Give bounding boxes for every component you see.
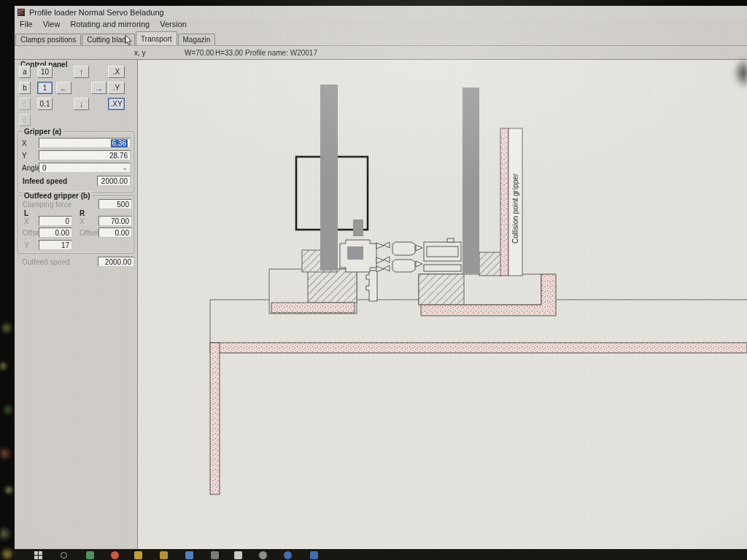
button-gripper-b[interactable]: b [19,82,31,94]
screen-photo: Profile loader Normal Servo Beladung Fil… [0,0,747,560]
button-gripper-a[interactable]: a [19,66,31,78]
profile-middle-channel-top [392,242,415,255]
jog-left-button[interactable]: ← [56,82,71,94]
gripper-b-clamp-hatch [479,252,501,276]
outfeed-speed-value: 2000.00 [105,258,131,266]
gripper-a-x-field[interactable]: 6.36 [39,138,131,148]
gripper-a-y-value: 28.76 [109,152,128,160]
start-icon[interactable] [34,551,42,559]
taskbar-app-icon-gray-circle[interactable] [259,551,267,559]
status-profile-height: H=33.00 [215,49,243,57]
button-axis-x[interactable]: .X [108,66,125,78]
taskbar-app-icon-gold[interactable] [134,551,142,559]
profile-connector-tooth [376,266,384,272]
outfeed-y-value: 17 [61,241,69,249]
taskbar-app-icon-blue-folder[interactable] [310,551,318,559]
clamping-force-label: Clamping force [23,201,71,209]
window-title: Profile loader Normal Servo Beladung [29,8,164,17]
taskbar-app-icon-light[interactable] [234,551,242,559]
button-gripper-d: d [19,114,31,126]
collision-gripper-label: Collision point gripper [511,173,519,244]
menu-version[interactable]: Version [158,20,188,28]
left-fixture-clamp-hatch [308,269,357,303]
profile-connector-tooth [416,245,422,251]
taskbar-app-icon-orange[interactable] [111,551,119,559]
window-body: Control panel a 10 ↑ .X b 1 ← → .Y c 0.1… [15,60,747,549]
left-x-field[interactable]: 0 [39,216,72,226]
taskbar-app-icon-blue[interactable] [185,551,193,559]
button-step-01[interactable]: 0.1 [37,98,53,110]
angle-dropdown[interactable]: 0 ⌄ [39,163,131,173]
outfeed-y-field[interactable]: 17 [39,240,72,250]
outfeed-gripper-b-title: Outfeed gripper (b) [22,192,93,200]
menu-bar: File View Rotating and mirroring Version [15,18,747,30]
chevron-down-icon: ⌄ [122,166,128,170]
right-x-field[interactable]: 70.00 [98,216,132,226]
button-axis-y[interactable]: .Y [108,82,125,94]
gripper-a-y-label: Y [22,152,27,160]
outfeed-y-label: Y [24,241,29,249]
gripper-b-bar [462,88,479,273]
button-gripper-c: c [19,98,31,110]
jog-down-button[interactable]: ↓ [74,98,89,110]
right-offset-field[interactable]: 0.00 [98,228,132,238]
left-x-label: X [24,217,29,225]
jog-right-button[interactable]: → [91,82,107,94]
app-window: Profile loader Normal Servo Beladung Fil… [15,6,747,549]
profile-top-clip [447,238,454,242]
status-profile-width: W=70.00 [185,49,214,57]
taskbar [15,549,747,560]
angle-label: Angle [22,164,41,172]
taskbar-app-icon-gray[interactable] [211,551,219,559]
tab-clamps-positions[interactable]: Clamps positions [15,34,81,45]
photo-background-clutter [0,306,15,560]
gripper-a-y-field[interactable]: 28.76 [39,150,131,160]
left-x-value: 0 [65,217,69,225]
outfeed-speed-field[interactable]: 2000.00 [98,257,134,267]
gripper-a-x-label: X [22,139,27,147]
status-coords-label: x, y [134,49,146,57]
gripper-a-bar [320,85,338,271]
taskbar-app-icon-blue-circle[interactable] [284,551,292,559]
left-column-label: L [24,209,28,217]
menu-file[interactable]: File [18,20,34,28]
collision-gripper-pad [500,128,508,276]
button-step-10[interactable]: 10 [37,66,53,78]
right-x-label: X [80,217,85,225]
outfeed-speed-label: Outfeed speed [22,258,70,266]
right-column-label: R [80,209,85,217]
search-icon[interactable] [61,552,67,559]
taskbar-app-icon-folder[interactable] [160,551,168,559]
title-bar: Profile loader Normal Servo Beladung [15,6,747,18]
profile-connector-tooth [384,257,390,262]
right-offset-label: Offset [80,229,99,237]
clamping-force-value: 500 [117,201,129,209]
left-fixture-pad [271,303,355,313]
profile-connector-tooth [384,265,390,271]
side-panel: Control panel a 10 ↑ .X b 1 ← → .Y c 0.1… [15,60,137,549]
table-rubber-strip-horizontal [210,343,747,353]
jog-up-button[interactable]: ↑ [74,66,89,78]
menu-rotating-and-mirroring[interactable]: Rotating and mirroring [69,20,151,28]
tab-magazin[interactable]: Magazin [178,34,216,45]
tab-bar: Clamps positions Cutting blade Transport… [15,30,747,45]
table-rubber-strip-vertical [210,343,220,494]
infeed-speed-label: Infeed speed [23,177,67,185]
left-offset-field[interactable]: 0.00 [39,228,72,238]
left-offset-value: 0.00 [55,229,69,237]
drawing-canvas[interactable]: Collision point gripper [137,60,747,549]
photo-smudge [732,57,747,89]
right-x-value: 70.00 [111,217,129,225]
gripper-a-title: Gripper (a) [22,128,63,136]
clamping-force-field[interactable]: 500 [98,199,132,209]
status-bar: x, y W=70.00 H=33.00 Profile name: W2001… [15,45,747,60]
profile-connector-tooth [376,243,384,249]
infeed-speed-field[interactable]: 2000.00 [97,176,131,186]
taskbar-app-icon-green[interactable] [86,551,94,559]
button-step-1[interactable]: 1 [37,82,53,94]
infeed-speed-value: 2000.00 [101,177,128,185]
menu-view[interactable]: View [42,20,62,28]
button-axis-xy[interactable]: .XY [108,98,125,110]
tab-transport[interactable]: Transport [136,31,177,45]
profile-connector-tooth [376,257,384,263]
